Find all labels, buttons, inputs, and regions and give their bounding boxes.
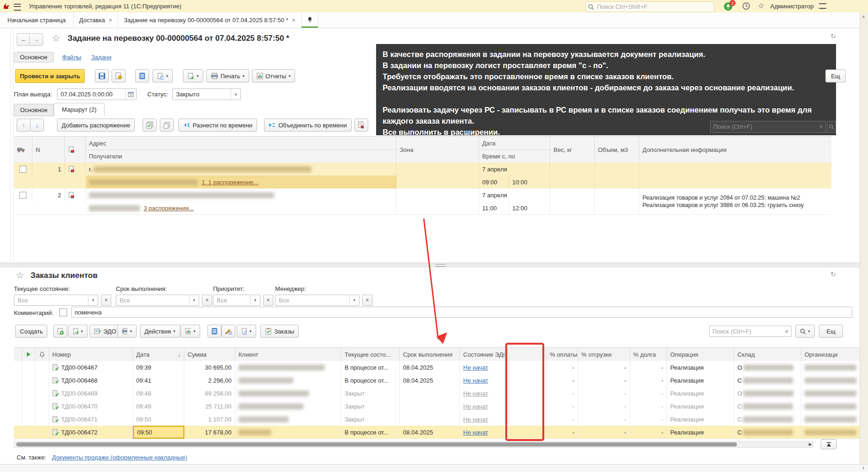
orders-reports-button[interactable]: ▾: [181, 325, 200, 338]
orders-table-row[interactable]: ТД00-00647109:501 107,00ЗакрытНе начат--…: [14, 413, 861, 426]
orders-table-row[interactable]: ТД00-00646709:3930 695,00В процессе от..…: [14, 361, 861, 374]
print-button[interactable]: Печать▾: [206, 69, 249, 82]
orders-table-row[interactable]: ТД00-00647209:5017 678,00В процессе от..…: [14, 426, 861, 439]
favorites-star-icon[interactable]: ☆: [758, 1, 764, 10]
orders-hscrollbar[interactable]: ▶: [14, 441, 813, 448]
create-button[interactable]: Создать: [15, 325, 47, 338]
col-pay-header[interactable]: % оплаты: [547, 348, 578, 361]
col-address-header[interactable]: Адрес: [86, 137, 396, 150]
page-tab-route[interactable]: Маршрут (2): [54, 103, 105, 116]
copy-button[interactable]: [160, 119, 174, 132]
orders-table-row[interactable]: ТД00-00646809:412 296,00В процессе от...…: [14, 374, 861, 387]
orders-list-button[interactable]: [208, 325, 221, 338]
scroll-to-end-button[interactable]: [821, 439, 837, 449]
nav-back-button[interactable]: ←: [17, 33, 31, 46]
tab-pin[interactable]: [302, 13, 318, 28]
post-button[interactable]: [112, 69, 126, 82]
transport-doc-button[interactable]: [354, 119, 368, 132]
row-checkbox[interactable]: [19, 166, 26, 173]
col-current-header[interactable]: [22, 348, 35, 361]
orders-more-button[interactable]: Ещ: [819, 325, 843, 338]
notifications-bell-icon[interactable]: 2: [723, 1, 735, 12]
add-order-button[interactable]: Добавить распоряжение: [57, 119, 135, 132]
col-zone-header[interactable]: Зона: [396, 137, 479, 163]
col-ship-header[interactable]: % отгрузки: [578, 348, 630, 361]
user-name[interactable]: Администратор: [770, 3, 814, 10]
col-n-header[interactable]: N: [32, 137, 65, 163]
orders-link[interactable]: 1. 1 распоряжение...: [201, 179, 258, 186]
doc-more-button[interactable]: Ещ: [825, 69, 846, 82]
filter-state-clear-button[interactable]: ×: [101, 295, 111, 306]
orders-mode-button[interactable]: Заказы: [260, 325, 299, 338]
doc-refresh-icon[interactable]: ↻: [830, 32, 836, 40]
edo-state-link[interactable]: Не начат: [463, 364, 488, 371]
history-icon[interactable]: [742, 2, 750, 10]
plan-date-input[interactable]: 07.04.2025 0:00:00: [57, 88, 137, 100]
orders-table-row[interactable]: ТД00-00646909:4889 256,00ЗакрытНе начат-…: [14, 387, 861, 400]
reports-button[interactable]: Отчеты▾: [252, 69, 295, 82]
tab-delivery[interactable]: Доставка×: [74, 13, 118, 28]
orders-search[interactable]: ×: [709, 326, 792, 337]
col-info-header[interactable]: Дополнительная информация: [639, 137, 831, 163]
chevron-down-icon[interactable]: ▾: [189, 295, 199, 305]
col-recipients-header[interactable]: Получатели: [86, 150, 396, 163]
tab-task[interactable]: Задание на перевозку 00-00000564 от 07.0…: [118, 13, 302, 28]
filter-manager-clear-button[interactable]: ×: [362, 295, 372, 306]
save-button[interactable]: [95, 69, 109, 82]
scroll-up-icon[interactable]: ∧: [862, 14, 865, 19]
filter-priority-clear-button[interactable]: ×: [263, 295, 273, 306]
spread-by-time-button[interactable]: Разнести по времени: [178, 119, 257, 132]
doc-schedule-button[interactable]: ▾: [152, 69, 173, 82]
doc-favorite-star-icon[interactable]: ☆: [52, 32, 60, 44]
col-client-header[interactable]: Клиент: [235, 348, 341, 361]
expand-right-icon[interactable]: ›: [862, 465, 864, 471]
orders-favorite-star-icon[interactable]: ☆: [16, 270, 24, 281]
orders-link[interactable]: 3 распоряжения...: [144, 205, 194, 212]
col-time-header[interactable]: Время с, по: [479, 150, 550, 163]
orders-refresh-icon[interactable]: ↻: [830, 271, 836, 278]
col-date-header[interactable]: Дата: [479, 137, 550, 150]
create-based-button[interactable]: ▾: [183, 69, 203, 82]
nav-forward-button[interactable]: →: [29, 33, 43, 46]
doc-navtab-files[interactable]: Файлы: [62, 54, 81, 61]
new-doc-button[interactable]: [53, 325, 67, 338]
col-sum-header[interactable]: Сумма: [184, 348, 235, 361]
chevron-down-icon[interactable]: ▾: [88, 295, 98, 305]
check-all-button[interactable]: [143, 119, 157, 132]
window-vscroll[interactable]: ∧: [860, 13, 868, 464]
see-also-link[interactable]: Документы продажи (оформленные накладные…: [52, 454, 187, 461]
doc-navtab-tasks[interactable]: Задачи: [91, 54, 112, 61]
status-select[interactable]: Закрыто ▾: [172, 88, 241, 100]
list-view-button[interactable]: [135, 69, 149, 82]
page-tab-main[interactable]: Основное: [14, 104, 54, 116]
filter-due-clear-button[interactable]: ×: [202, 295, 212, 306]
filter-state-select[interactable]: Все▾: [14, 295, 98, 306]
col-reminder-header[interactable]: [35, 348, 49, 361]
close-icon[interactable]: ×: [816, 121, 825, 132]
edo-state-link[interactable]: Не начат: [463, 416, 488, 423]
filter-due-select[interactable]: Все▾: [116, 295, 199, 306]
orders-print-button[interactable]: ▾: [117, 325, 137, 338]
filter-priority-select[interactable]: Все▾: [213, 295, 260, 306]
col-order-icon-header[interactable]: [65, 137, 86, 163]
row-checkbox[interactable]: [19, 192, 26, 199]
chevron-down-icon[interactable]: ▾: [250, 295, 260, 305]
post-close-button[interactable]: Провести и закрыть: [15, 69, 85, 83]
deadline-button[interactable]: ▾: [237, 325, 256, 338]
chevron-down-icon[interactable]: ▾: [231, 89, 240, 100]
hscroll-right-icon[interactable]: ▶: [809, 442, 812, 447]
comment-input[interactable]: [71, 307, 852, 318]
close-icon[interactable]: ×: [782, 328, 791, 335]
edo-state-link[interactable]: Не начат: [463, 403, 488, 410]
route-row-2[interactable]: 2 3 распоряжения... 7 апреля 11:00 12:00…: [14, 189, 831, 215]
move-up-button[interactable]: ↑: [17, 119, 31, 132]
global-search-input[interactable]: [596, 3, 714, 11]
route-row-1[interactable]: 1 г. 1. 1 распоряжение... 7 апреля 09:00…: [14, 163, 831, 189]
edo-state-link[interactable]: Не начат: [463, 377, 488, 384]
close-icon[interactable]: ×: [109, 17, 113, 24]
col-number-header[interactable]: Номер: [49, 348, 133, 361]
close-icon[interactable]: ×: [292, 17, 296, 24]
orders-search-input[interactable]: [710, 328, 782, 335]
col-truck-header[interactable]: [14, 137, 32, 163]
merge-by-time-button[interactable]: Объединить по времени: [264, 119, 352, 132]
